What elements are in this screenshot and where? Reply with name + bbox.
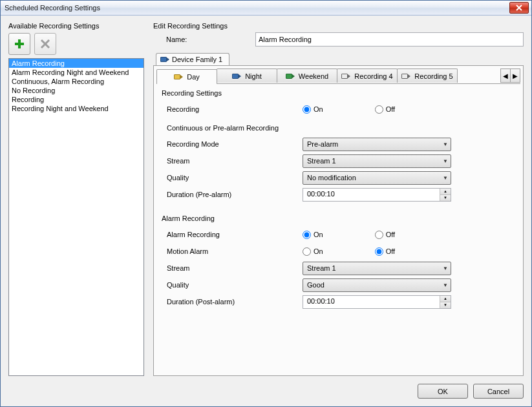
alarm-recording-on-radio[interactable]: [303, 231, 311, 239]
recording-on[interactable]: On: [303, 105, 323, 114]
close-icon: [516, 5, 522, 11]
list-item[interactable]: Recording Night and Weekend: [9, 104, 144, 113]
duration-pre-input[interactable]: 00:00:10 ▲ ▼: [303, 188, 451, 202]
motion-alarm-on-radio[interactable]: [303, 247, 311, 256]
alarm-recording-off[interactable]: Off: [375, 231, 395, 239]
device-tabstrip: Device Family 1: [153, 53, 524, 65]
close-button[interactable]: [509, 2, 529, 14]
row-stream: Stream Stream 1 ▼: [167, 152, 515, 169]
tab-scroll-left[interactable]: ◀: [500, 68, 511, 83]
recording-mode-select[interactable]: Pre-alarm ▼: [303, 138, 451, 151]
group-continuous: Continuous or Pre-alarm Recording: [162, 124, 515, 132]
x-icon: [40, 39, 50, 49]
window-title: Scheduled Recording Settings: [5, 4, 100, 12]
name-label: Name:: [166, 36, 250, 43]
schedule-tabstrip: Day Night Weekend: [156, 68, 520, 84]
duration-post-input[interactable]: 00:00:10 ▲ ▼: [303, 295, 451, 309]
list-item[interactable]: Alarm Recording: [9, 59, 144, 68]
row-duration-pre: Duration (Pre-alarm) 00:00:10 ▲ ▼: [167, 186, 515, 203]
recording-radio-group: On Off: [303, 105, 395, 114]
alarm-stream-select[interactable]: Stream 1 ▼: [303, 262, 451, 275]
title-bar: Scheduled Recording Settings: [1, 1, 531, 16]
camera-icon: [341, 73, 350, 79]
stream-value: Stream 1: [307, 157, 336, 165]
name-input[interactable]: [255, 32, 524, 47]
tab-day[interactable]: Day: [156, 69, 217, 84]
name-row: Name:: [153, 32, 524, 47]
duration-pre-label: Duration (Pre-alarm): [167, 191, 303, 198]
available-settings-list[interactable]: Alarm RecordingAlarm Recording Night and…: [8, 58, 144, 376]
schedule-form: Recording Settings Recording On Off: [156, 84, 520, 371]
spin-down[interactable]: ▼: [440, 195, 451, 201]
camera-icon: [174, 74, 183, 80]
chevron-down-icon: ▼: [443, 141, 448, 147]
duration-post-value: 00:00:10: [303, 296, 440, 308]
motion-alarm-off[interactable]: Off: [375, 247, 395, 256]
tab-label: Recording 4: [354, 72, 392, 80]
tab-weekend[interactable]: Weekend: [277, 68, 337, 83]
spin-down[interactable]: ▼: [440, 302, 451, 308]
row-recording: Recording On Off: [167, 101, 515, 118]
ok-button[interactable]: OK: [418, 384, 468, 399]
tab-night[interactable]: Night: [217, 68, 277, 83]
spin-up[interactable]: ▲: [440, 296, 451, 302]
tab-label: Weekend: [299, 72, 328, 80]
edit-settings-heading: Edit Recording Settings: [153, 22, 524, 30]
alarm-stream-value: Stream 1: [307, 264, 336, 272]
tab-label: Device Family 1: [172, 56, 222, 63]
row-alarm-recording: Alarm Recording On Off: [167, 226, 515, 243]
tab-label: Day: [187, 73, 200, 81]
alarm-stream-label: Stream: [167, 264, 303, 272]
tab-recording-4[interactable]: Recording 4: [337, 68, 398, 83]
tab-recording-5[interactable]: Recording 5: [397, 68, 458, 83]
left-column: Available Recording Settings: [8, 22, 144, 376]
svg-rect-3: [15, 43, 24, 45]
duration-post-label: Duration (Post-alarm): [167, 298, 303, 306]
list-item[interactable]: Alarm Recording Night and Weekend: [9, 68, 144, 77]
delete-button[interactable]: [34, 33, 56, 55]
cancel-button[interactable]: Cancel: [473, 384, 524, 399]
alarm-quality-label: Quality: [167, 281, 303, 289]
row-quality: Quality No modification ▼: [167, 169, 515, 186]
tab-label: Night: [245, 72, 262, 80]
spin-up[interactable]: ▲: [440, 189, 451, 195]
list-item[interactable]: No Recording: [9, 86, 144, 95]
motion-alarm-on[interactable]: On: [303, 247, 323, 256]
list-item[interactable]: Recording: [9, 95, 144, 104]
available-settings-heading: Available Recording Settings: [8, 22, 144, 30]
row-motion-alarm: Motion Alarm On Off: [167, 243, 515, 260]
recording-on-radio[interactable]: [303, 105, 311, 114]
alarm-recording-radio-group: On Off: [303, 231, 395, 239]
chevron-down-icon: ▼: [443, 282, 448, 288]
right-column: Edit Recording Settings Name: Device Fam…: [153, 22, 524, 376]
columns: Available Recording Settings: [8, 22, 524, 376]
add-button[interactable]: [8, 33, 30, 55]
alarm-recording-off-radio[interactable]: [375, 231, 383, 239]
camera-icon: [160, 56, 169, 63]
settings-toolbar: [8, 32, 144, 56]
tab-scroll-right[interactable]: ▶: [510, 68, 520, 83]
alarm-recording-on[interactable]: On: [303, 231, 323, 239]
dialog-body: Available Recording Settings: [1, 16, 531, 406]
dialog-window: Scheduled Recording Settings Available R…: [0, 0, 532, 407]
list-item[interactable]: Continuous, Alarm Recording: [9, 77, 144, 86]
motion-alarm-label: Motion Alarm: [167, 247, 303, 255]
motion-alarm-off-radio[interactable]: [375, 247, 383, 256]
recording-off-radio[interactable]: [375, 105, 383, 114]
alarm-quality-value: Good: [307, 281, 325, 289]
plus-icon: [14, 38, 25, 50]
quality-label: Quality: [167, 174, 303, 182]
tab-scroll: ◀ ▶: [501, 68, 520, 83]
duration-pre-value: 00:00:10: [303, 189, 440, 201]
recording-off[interactable]: Off: [375, 105, 395, 114]
quality-select[interactable]: No modification ▼: [303, 171, 451, 185]
group-recording-settings: Recording Settings: [162, 89, 515, 97]
motion-alarm-radio-group: On Off: [303, 247, 395, 256]
stream-select[interactable]: Stream 1 ▼: [303, 154, 451, 168]
chevron-down-icon: ▼: [443, 175, 448, 181]
stream-label: Stream: [167, 157, 303, 165]
row-alarm-quality: Quality Good ▼: [167, 277, 515, 293]
tab-label: Recording 5: [414, 72, 452, 80]
alarm-quality-select[interactable]: Good ▼: [303, 278, 451, 292]
tab-device-family-1[interactable]: Device Family 1: [156, 53, 229, 65]
